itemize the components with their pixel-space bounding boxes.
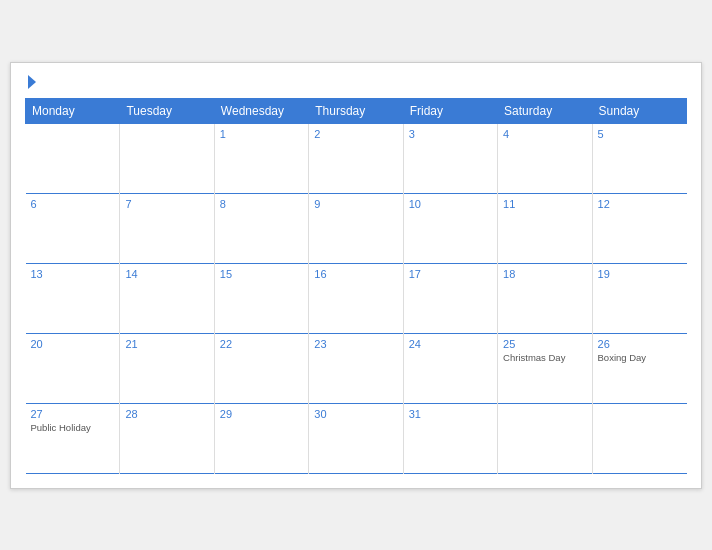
day-number: 21 — [125, 338, 208, 350]
calendar-cell: 8 — [214, 193, 308, 263]
day-number: 28 — [125, 408, 208, 420]
calendar-cell: 18 — [498, 263, 592, 333]
week-row-5: 27Public Holiday28293031 — [26, 403, 687, 473]
week-row-1: 12345 — [26, 123, 687, 193]
weekday-header-friday: Friday — [403, 98, 497, 123]
day-number: 31 — [409, 408, 492, 420]
day-number: 27 — [31, 408, 115, 420]
week-row-4: 202122232425Christmas Day26Boxing Day — [26, 333, 687, 403]
calendar-cell — [120, 123, 214, 193]
logo-blue-text — [25, 75, 36, 90]
day-number: 22 — [220, 338, 303, 350]
day-number: 3 — [409, 128, 492, 140]
calendar-cell: 14 — [120, 263, 214, 333]
day-number: 20 — [31, 338, 115, 350]
weekday-header-monday: Monday — [26, 98, 120, 123]
weekday-header-thursday: Thursday — [309, 98, 403, 123]
calendar-cell: 26Boxing Day — [592, 333, 686, 403]
weekday-header-sunday: Sunday — [592, 98, 686, 123]
weekday-header-saturday: Saturday — [498, 98, 592, 123]
day-number: 23 — [314, 338, 397, 350]
day-number: 10 — [409, 198, 492, 210]
weekday-header-wednesday: Wednesday — [214, 98, 308, 123]
day-number: 8 — [220, 198, 303, 210]
day-number: 24 — [409, 338, 492, 350]
calendar-cell: 5 — [592, 123, 686, 193]
calendar-cell: 15 — [214, 263, 308, 333]
calendar-cell: 10 — [403, 193, 497, 263]
day-number: 12 — [598, 198, 682, 210]
calendar-cell: 30 — [309, 403, 403, 473]
calendar-cell: 29 — [214, 403, 308, 473]
day-number: 9 — [314, 198, 397, 210]
calendar-cell: 20 — [26, 333, 120, 403]
day-number: 18 — [503, 268, 586, 280]
day-number: 19 — [598, 268, 682, 280]
day-number: 25 — [503, 338, 586, 350]
day-number: 14 — [125, 268, 208, 280]
calendar-cell: 3 — [403, 123, 497, 193]
day-number: 26 — [598, 338, 682, 350]
holiday-name: Boxing Day — [598, 352, 682, 363]
calendar-cell: 13 — [26, 263, 120, 333]
calendar-cell: 4 — [498, 123, 592, 193]
day-number: 17 — [409, 268, 492, 280]
week-row-3: 13141516171819 — [26, 263, 687, 333]
day-number: 1 — [220, 128, 303, 140]
day-number: 5 — [598, 128, 682, 140]
calendar-cell — [592, 403, 686, 473]
logo-triangle-icon — [28, 75, 36, 89]
holiday-name: Christmas Day — [503, 352, 586, 363]
calendar-cell: 27Public Holiday — [26, 403, 120, 473]
day-number: 11 — [503, 198, 586, 210]
calendar-cell: 9 — [309, 193, 403, 263]
calendar-cell: 22 — [214, 333, 308, 403]
calendar-cell: 28 — [120, 403, 214, 473]
day-number: 16 — [314, 268, 397, 280]
day-number: 4 — [503, 128, 586, 140]
calendar-cell — [498, 403, 592, 473]
day-number: 13 — [31, 268, 115, 280]
logo — [25, 75, 36, 90]
week-row-2: 6789101112 — [26, 193, 687, 263]
holiday-name: Public Holiday — [31, 422, 115, 433]
calendar-cell: 19 — [592, 263, 686, 333]
calendar-table: MondayTuesdayWednesdayThursdayFridaySatu… — [25, 98, 687, 474]
day-number: 2 — [314, 128, 397, 140]
calendar-cell: 23 — [309, 333, 403, 403]
calendar-cell: 24 — [403, 333, 497, 403]
weekday-header-tuesday: Tuesday — [120, 98, 214, 123]
day-number: 29 — [220, 408, 303, 420]
calendar-cell: 2 — [309, 123, 403, 193]
day-number: 15 — [220, 268, 303, 280]
day-number: 6 — [31, 198, 115, 210]
calendar-header — [25, 75, 687, 90]
calendar-cell: 16 — [309, 263, 403, 333]
calendar-cell: 1 — [214, 123, 308, 193]
calendar-cell: 6 — [26, 193, 120, 263]
day-number: 30 — [314, 408, 397, 420]
calendar-cell: 17 — [403, 263, 497, 333]
calendar-cell — [26, 123, 120, 193]
calendar-cell: 11 — [498, 193, 592, 263]
calendar-cell: 12 — [592, 193, 686, 263]
calendar-cell: 21 — [120, 333, 214, 403]
calendar-cell: 25Christmas Day — [498, 333, 592, 403]
calendar-container: MondayTuesdayWednesdayThursdayFridaySatu… — [10, 62, 702, 489]
calendar-cell: 31 — [403, 403, 497, 473]
calendar-cell: 7 — [120, 193, 214, 263]
day-number: 7 — [125, 198, 208, 210]
weekday-header-row: MondayTuesdayWednesdayThursdayFridaySatu… — [26, 98, 687, 123]
